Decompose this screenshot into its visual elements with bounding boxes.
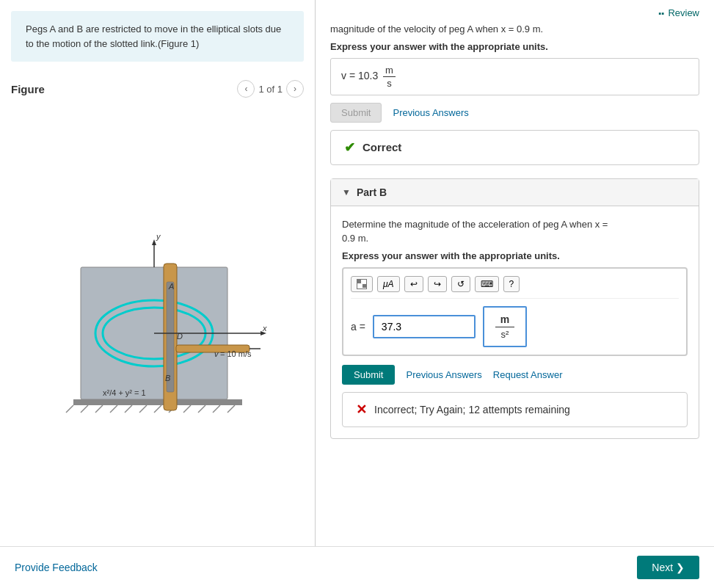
part-b-section: ▼ Part B Determine the magnitude of the … <box>330 178 699 439</box>
svg-text:B: B <box>165 374 170 382</box>
right-panel: ▪▪ Review magnitude of the velocity of p… <box>316 0 714 546</box>
svg-text:A: A <box>168 282 174 291</box>
svg-text:x²/4 + y² = 1: x²/4 + y² = 1 <box>103 388 146 397</box>
mu-tool-button[interactable]: μA <box>377 276 400 292</box>
svg-line-2 <box>81 405 88 413</box>
svg-line-1 <box>66 405 73 413</box>
part-a-submit-row: Submit Previous Answers <box>330 103 699 123</box>
keyboard-tool-button[interactable]: ⌨ <box>475 276 499 292</box>
math-toolbar: μA ↩ ↪ ↺ ⌨ <box>351 276 679 299</box>
matrix-tool-button[interactable] <box>351 276 373 292</box>
part-a-submit-button[interactable]: Submit <box>330 103 382 123</box>
redo-icon: ↪ <box>434 279 441 289</box>
svg-line-11 <box>213 405 220 413</box>
part-b-express-label: Express your answer with the appropriate… <box>342 250 688 261</box>
correct-text: Correct <box>363 141 401 153</box>
next-figure-button[interactable]: › <box>286 80 304 98</box>
provide-feedback-link[interactable]: Provide Feedback <box>15 562 98 573</box>
matrix-icon <box>357 279 367 289</box>
svg-text:= 10 m/s: = 10 m/s <box>220 349 252 358</box>
svg-rect-0 <box>73 399 242 405</box>
page-indicator: 1 of 1 <box>258 84 283 95</box>
part-a-intro: magnitude of the velocity of peg A when … <box>330 22 699 37</box>
part-b-collapse-icon: ▼ <box>342 187 351 197</box>
help-icon: ? <box>509 279 514 289</box>
part-a-answer-value: v = 10.3 m s <box>341 70 396 81</box>
correct-checkmark-icon: ✔ <box>344 139 355 156</box>
review-icon: ▪▪ <box>659 9 665 18</box>
bottom-bar: Provide Feedback Next ❯ <box>0 546 714 588</box>
svg-line-7 <box>154 405 161 413</box>
unit-fraction: m s² <box>483 306 527 347</box>
svg-line-6 <box>139 405 147 413</box>
part-b-header[interactable]: ▼ Part B <box>331 179 699 206</box>
undo-tool-button[interactable]: ↩ <box>404 276 423 292</box>
unit-numerator: m <box>500 313 509 325</box>
svg-line-3 <box>95 405 103 413</box>
part-a-previous-answers-link[interactable]: Previous Answers <box>393 107 468 118</box>
problem-description: Pegs A and B are restricted to move in t… <box>11 11 304 62</box>
answer-unit-denominator: s <box>385 77 394 89</box>
keyboard-icon: ⌨ <box>481 279 493 289</box>
request-answer-link[interactable]: Request Answer <box>493 369 563 380</box>
part-b-content: Determine the magnitude of the accelerat… <box>331 206 699 438</box>
math-input-container: μA ↩ ↪ ↺ ⌨ <box>342 267 688 356</box>
part-b-label: Part B <box>357 186 387 198</box>
math-input-row: a = m s² <box>351 306 679 347</box>
problem-text: Pegs A and B are restricted to move in t… <box>26 23 281 49</box>
figure-image: y x A D B v = 10 m/s x²/4 + y² = 1 <box>11 105 304 539</box>
svg-line-4 <box>110 405 117 413</box>
svg-text:x: x <box>262 324 267 333</box>
part-a-express-label: Express your answer with the appropriate… <box>330 41 699 52</box>
incorrect-banner: ✕ Incorrect; Try Again; 12 attempts rema… <box>342 392 688 427</box>
part-a-answer-box: v = 10.3 m s <box>330 58 699 95</box>
reset-tool-button[interactable]: ↺ <box>451 276 470 292</box>
correct-banner: ✔ Correct <box>330 130 699 165</box>
part-b-previous-answers-link[interactable]: Previous Answers <box>406 369 481 380</box>
svg-line-12 <box>227 405 235 413</box>
math-input-label: a = <box>351 321 365 333</box>
unit-denominator: s² <box>500 329 509 340</box>
incorrect-x-icon: ✕ <box>356 402 367 418</box>
svg-text:D: D <box>177 332 183 341</box>
prev-figure-button[interactable]: ‹ <box>237 80 255 98</box>
figure-header: Figure ‹ 1 of 1 › <box>11 80 304 98</box>
left-panel: Pegs A and B are restricted to move in t… <box>0 0 316 546</box>
reset-icon: ↺ <box>457 279 465 289</box>
review-label: Review <box>668 7 699 18</box>
svg-line-9 <box>183 405 191 413</box>
review-link[interactable]: ▪▪ Review <box>330 7 699 18</box>
help-tool-button[interactable]: ? <box>503 276 520 292</box>
figure-title: Figure <box>11 83 45 95</box>
part-b-intro: Determine the magnitude of the accelerat… <box>342 217 688 246</box>
math-value-input[interactable] <box>373 315 476 338</box>
figure-nav: ‹ 1 of 1 › <box>237 80 304 98</box>
undo-icon: ↩ <box>410 279 418 289</box>
answer-unit-numerator: m <box>383 65 396 77</box>
part-b-submit-button[interactable]: Submit <box>342 365 395 385</box>
part-b-submit-row: Submit Previous Answers Request Answer <box>342 365 688 385</box>
next-button[interactable]: Next ❯ <box>637 556 699 579</box>
incorrect-text: Incorrect; Try Again; 12 attempts remain… <box>374 404 570 415</box>
mu-symbol-icon: μA <box>383 279 394 289</box>
fraction-line <box>495 327 514 327</box>
figure-area: Figure ‹ 1 of 1 › <box>0 73 315 546</box>
redo-tool-button[interactable]: ↪ <box>428 276 447 292</box>
svg-text:y: y <box>156 232 161 241</box>
svg-line-10 <box>198 405 205 413</box>
svg-line-5 <box>125 405 132 413</box>
